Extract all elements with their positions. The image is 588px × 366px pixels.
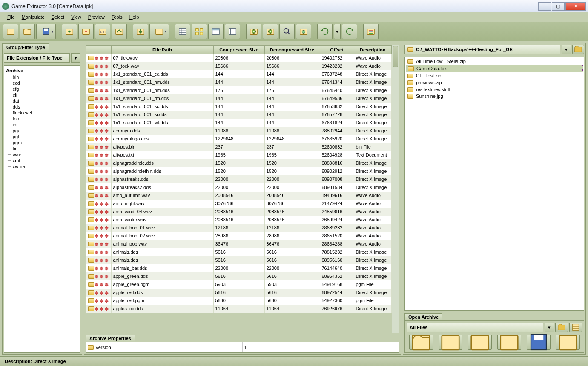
table-row[interactable]: ✽✽✽1x1_standard_001_cc.dds14414467637248… [86, 70, 392, 78]
add-file-button[interactable]: + [62, 24, 77, 39]
column-header[interactable]: Offset [320, 46, 354, 54]
tree-item-ccd[interactable]: ccd [6, 80, 78, 86]
filter-dropdown-button[interactable]: ▾ [71, 53, 80, 63]
replace-file-button[interactable] [112, 24, 127, 39]
table-row[interactable]: ✽✽✽animals.dds5616561678815232Direct X I… [86, 248, 392, 256]
table-row[interactable]: ✽✽✽alphagradcirclethin.dds15201520689029… [86, 167, 392, 175]
table-row[interactable]: ✽✽✽1x1_standard_001_rm.dds14414467649536… [86, 94, 392, 103]
menu-view[interactable]: View [69, 14, 84, 20]
file-table[interactable]: File PathCompressed SizeDecompressed Siz… [86, 45, 392, 313]
table-view-button[interactable] [175, 24, 190, 39]
up-folder-button[interactable] [572, 45, 584, 54]
minimize-button[interactable]: — [538, 2, 551, 11]
column-header[interactable]: Decompressed Size [264, 46, 320, 54]
file-item[interactable]: All Time Low - Stella.zip [406, 58, 583, 65]
remove-file-button[interactable]: − [78, 24, 94, 39]
table-row[interactable]: ✽✽✽apple_green.dds5616561668964352Direct… [86, 272, 392, 280]
menu-help[interactable]: Help [127, 14, 142, 20]
table-row[interactable]: ✽✽✽animal_hop_01.wav121861218628639232Wa… [86, 224, 392, 232]
table-row[interactable]: ✽✽✽acronym.dds110881108878802944Direct X… [86, 127, 392, 135]
extract-button[interactable] [133, 24, 148, 39]
path-dropdown-button[interactable]: ▾ [562, 45, 571, 54]
file-item[interactable]: Sunshine.jpg [406, 93, 583, 100]
table-row[interactable]: ✽✽✽1x1_standard_001_wt.dds14414467661824… [86, 119, 392, 127]
file-item[interactable]: resTextures.stuff [406, 86, 583, 93]
tree-item-flocklevel[interactable]: flocklevel [6, 110, 78, 116]
new-button[interactable] [3, 24, 18, 39]
new-action-button[interactable] [468, 335, 492, 350]
close-button[interactable]: ✕ [565, 2, 586, 11]
table-row[interactable]: ✽✽✽alphastreaks.dds220002200068907008Dir… [86, 175, 392, 183]
file-item[interactable]: GameData.fpk [406, 65, 583, 72]
tree-item-dat[interactable]: dat [6, 98, 78, 104]
table-row[interactable]: ✽✽✽animal_hop_02.wav289862898628651520Wa… [86, 232, 392, 240]
save-action-button[interactable] [527, 335, 551, 350]
tree-item-xwma[interactable]: xwma [6, 163, 78, 169]
save-button[interactable] [36, 24, 56, 39]
table-row[interactable]: ✽✽✽animals.dds5616561668956160Direct X I… [86, 256, 392, 264]
tree-item-xml[interactable]: xml [6, 157, 78, 163]
tree-item-txt[interactable]: txt [6, 146, 78, 152]
column-header[interactable]: Description [354, 46, 392, 54]
search-button[interactable] [279, 24, 295, 39]
file-item[interactable]: GE_Test.zip [406, 72, 583, 79]
extract-dropdown-button[interactable] [149, 24, 169, 39]
script-button[interactable] [263, 24, 278, 39]
rename-abc-button[interactable]: ABC [95, 24, 110, 39]
table-row[interactable]: ✽✽✽apple_red.dds5616561668972544Direct X… [86, 289, 392, 297]
table-row[interactable]: ✽✽✽acronymlogo.dds1229648122964867665920… [86, 135, 392, 143]
menu-tools[interactable]: Tools [109, 14, 125, 20]
column-header[interactable]: Compressed Size [213, 46, 264, 54]
table-row[interactable]: ✽✽✽07_tick.wav203062030619402752Wave Aud… [86, 54, 392, 62]
table-row[interactable]: ✽✽✽07_tock.wav156861568619423232Wave Aud… [86, 62, 392, 70]
archive-properties-tab[interactable]: Archive Properties [86, 335, 135, 342]
tree-item-dds[interactable]: dds [6, 104, 78, 110]
column-header[interactable] [86, 46, 112, 54]
table-row[interactable]: ✽✽✽animal_pop.wav364763647628684288Wave … [86, 240, 392, 248]
table-row[interactable]: ✽✽✽1x1_standard_001_si.dds14414467657728… [86, 111, 392, 119]
table-row[interactable]: ✽✽✽amb_night.wav3076786307678621479424Wa… [86, 200, 392, 208]
thumb-view-button[interactable] [192, 24, 207, 39]
cut-action-button[interactable] [497, 335, 521, 350]
table-row[interactable]: ✽✽✽1x1_standard_001_hm.dds14414467641344… [86, 78, 392, 86]
tree-item-pga[interactable]: pga [6, 128, 78, 134]
table-row[interactable]: ✽✽✽apples_cc.dds110641106476926976Direct… [86, 305, 392, 313]
undo-dropdown[interactable]: ▾ [334, 24, 341, 39]
table-row[interactable]: ✽✽✽apple_red.pgm5660566054927360pgm File [86, 297, 392, 305]
filter-combo[interactable]: File Extension / File Type [4, 53, 70, 63]
table-row[interactable]: ✽✽✽aitypes.bin23723752600832bin File [86, 143, 392, 151]
list-action-button[interactable] [439, 335, 462, 350]
redo-button[interactable] [342, 24, 357, 39]
open-action-button[interactable] [409, 335, 433, 350]
tree-item-bin[interactable]: bin [6, 74, 78, 80]
tree-item-fon[interactable]: fon [6, 116, 78, 122]
table-row[interactable]: ✽✽✽amb_winter.wav2038546203854626599424W… [86, 216, 392, 224]
tree-item-clf[interactable]: clf [6, 92, 78, 98]
menu-preview[interactable]: Preview [86, 14, 107, 20]
table-row[interactable]: ✽✽✽1x1_standard_001_nm.dds17617667645440… [86, 86, 392, 94]
maximize-button[interactable]: ▢ [552, 2, 565, 11]
preview-button[interactable] [296, 24, 311, 39]
tree-root[interactable]: Archive [6, 67, 78, 74]
table-row[interactable]: ✽✽✽alphagradcircle.dds1520152068898816Di… [86, 159, 392, 167]
table-scrollbar[interactable] [392, 45, 399, 333]
group-view-button[interactable] [208, 24, 224, 39]
table-row[interactable]: ✽✽✽alphastreaks2.dds220002200068931584Di… [86, 183, 392, 192]
open-button[interactable] [20, 24, 35, 39]
file-item[interactable]: previews.zip [406, 79, 583, 86]
menu-file[interactable]: File [5, 14, 17, 20]
table-row[interactable]: ✽✽✽amb_wind_04.wav2038546203854624559616… [86, 208, 392, 216]
tree-item-pgm[interactable]: pgm [6, 140, 78, 146]
file-browser[interactable]: All Time Low - Stella.zipGameData.fpkGE_… [404, 57, 584, 311]
tree-view-button[interactable] [225, 24, 240, 39]
extension-tree[interactable]: Archive binccdcfgclfdatddsflocklevelfoni… [4, 65, 80, 353]
tree-item-cfg[interactable]: cfg [6, 86, 78, 92]
undo-button[interactable] [317, 24, 333, 39]
group-filter-tab[interactable]: Group/Filter Type [3, 43, 49, 52]
tree-item-wav[interactable]: wav [6, 152, 78, 157]
path-combo[interactable]: C:\_WATTOz\+Backups\+++Testing_For_GE [404, 45, 560, 54]
open-archive-tab[interactable]: Open Archive [404, 313, 442, 320]
menu-manipulate[interactable]: Manipulate [19, 14, 47, 20]
menu-select[interactable]: Select [49, 14, 67, 20]
table-row[interactable]: ✽✽✽apple_green.pgm5903590354919168pgm Fi… [86, 280, 392, 289]
